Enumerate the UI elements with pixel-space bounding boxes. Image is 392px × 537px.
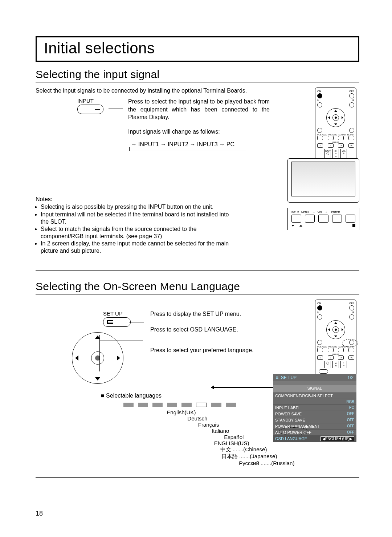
langs-header: Selectable languages [106,392,162,399]
setup-step1: Press to display the SET UP menu. [150,310,254,318]
lang-7: 日本語 .......(Japanese) [221,453,277,460]
note-3: Select to match the signals from the sou… [41,225,237,240]
osd-language-row: OSD LANGUAGE ◀ENGLISH (US)▶ [273,435,356,442]
section1-intro: Select the input signals to be connected… [36,88,359,94]
osd-page: 1/2 [347,375,354,380]
setup-button-icon [103,317,131,327]
input-desc: Press to select the input signal to be p… [128,98,270,121]
osd-title: SET UP [281,375,297,380]
lang-0: English(UK) [140,409,196,415]
highlight-ellipse-setup-btn [342,339,358,347]
remote-dpad [326,108,345,127]
note-4: In 2 screen display, the same input mode… [41,240,237,254]
input-button-label: INPUT [77,98,103,104]
note-1: Selecting is also possible by pressing t… [41,203,237,211]
lang-6: 中文 .......(Chinese) [211,446,267,453]
lang-5: ENGLISH(US) [193,440,249,446]
page-number: 18 [36,510,43,517]
input-button-icon [77,105,103,114]
highlight-ellipse-osd-lang [279,427,309,435]
setup-step3: Press to select your preferred language. [150,347,254,354]
setup-step2: Press to select OSD LANGUAGE. [150,326,254,334]
lang-3: Italiano [173,428,229,434]
input-change-label: Input signals will change as follows: [128,128,270,136]
lang-8: Русский .......(Russian) [239,460,294,466]
remote-input-btn: INPUT◯ [324,149,331,159]
lang-2: Français [163,422,219,428]
section1-heading: Selecting the input signal [36,68,359,82]
note-2: Input terminal will not be selected if t… [41,211,237,225]
osd-row0-label: COMPONENT/RGB-IN SELECT [275,394,333,398]
lang-4: Español [188,434,244,440]
notes-block: Notes: Selecting is also possible by pre… [36,196,237,254]
main-title-box: Initial selections [36,36,359,62]
lang-1: Deutsch [152,415,207,422]
setup-button-label: SET UP [103,310,131,317]
notes-label: Notes: [36,196,237,203]
big-dpad [72,332,123,384]
osd-signal: SIGNAL [273,385,356,392]
main-title: Initial selections [44,40,351,57]
monitor-panel-diagram: INPUT MENU − VOL + ENTER [287,158,359,230]
arrow-to-lang-boxes [211,387,273,388]
section2-heading: Selecting the On-Screen Menu Language [36,280,359,294]
